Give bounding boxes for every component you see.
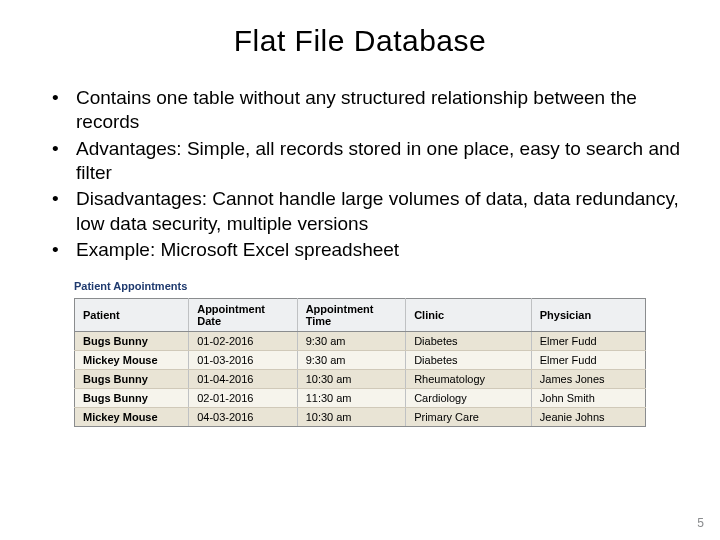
table-row: Mickey Mouse 01-03-2016 9:30 am Diabetes… xyxy=(75,351,646,370)
table-row: Bugs Bunny 01-04-2016 10:30 am Rheumatol… xyxy=(75,370,646,389)
cell-time: 9:30 am xyxy=(297,351,405,370)
cell-patient: Mickey Mouse xyxy=(75,408,189,427)
cell-clinic: Primary Care xyxy=(406,408,532,427)
table-row: Mickey Mouse 04-03-2016 10:30 am Primary… xyxy=(75,408,646,427)
table-header-row: Patient Appointment Date Appointment Tim… xyxy=(75,299,646,332)
cell-date: 04-03-2016 xyxy=(189,408,297,427)
col-header-patient: Patient xyxy=(75,299,189,332)
cell-physician: Elmer Fudd xyxy=(531,351,645,370)
table-caption: Patient Appointments xyxy=(74,280,646,292)
cell-clinic: Diabetes xyxy=(406,332,532,351)
table-row: Bugs Bunny 02-01-2016 11:30 am Cardiolog… xyxy=(75,389,646,408)
example-table-container: Patient Appointments Patient Appointment… xyxy=(74,280,646,427)
cell-clinic: Diabetes xyxy=(406,351,532,370)
bullet-list: Contains one table without any structure… xyxy=(36,86,684,262)
slide-title: Flat File Database xyxy=(36,24,684,58)
cell-date: 01-04-2016 xyxy=(189,370,297,389)
slide: Flat File Database Contains one table wi… xyxy=(0,0,720,540)
cell-time: 9:30 am xyxy=(297,332,405,351)
cell-time: 10:30 am xyxy=(297,370,405,389)
appointments-table: Patient Appointment Date Appointment Tim… xyxy=(74,298,646,427)
cell-patient: Bugs Bunny xyxy=(75,332,189,351)
cell-date: 01-03-2016 xyxy=(189,351,297,370)
col-header-time: Appointment Time xyxy=(297,299,405,332)
bullet-item: Advantages: Simple, all records stored i… xyxy=(52,137,684,186)
col-header-date: Appointment Date xyxy=(189,299,297,332)
cell-date: 02-01-2016 xyxy=(189,389,297,408)
cell-time: 10:30 am xyxy=(297,408,405,427)
bullet-item: Example: Microsoft Excel spreadsheet xyxy=(52,238,684,262)
bullet-item: Contains one table without any structure… xyxy=(52,86,684,135)
bullet-item: Disadvantages: Cannot handle large volum… xyxy=(52,187,684,236)
col-header-clinic: Clinic xyxy=(406,299,532,332)
cell-patient: Mickey Mouse xyxy=(75,351,189,370)
col-header-physician: Physician xyxy=(531,299,645,332)
cell-clinic: Cardiology xyxy=(406,389,532,408)
cell-time: 11:30 am xyxy=(297,389,405,408)
cell-clinic: Rheumatology xyxy=(406,370,532,389)
cell-physician: Elmer Fudd xyxy=(531,332,645,351)
cell-physician: Jeanie Johns xyxy=(531,408,645,427)
cell-date: 01-02-2016 xyxy=(189,332,297,351)
table-row: Bugs Bunny 01-02-2016 9:30 am Diabetes E… xyxy=(75,332,646,351)
cell-physician: John Smith xyxy=(531,389,645,408)
cell-patient: Bugs Bunny xyxy=(75,389,189,408)
cell-physician: James Jones xyxy=(531,370,645,389)
page-number: 5 xyxy=(697,516,704,530)
cell-patient: Bugs Bunny xyxy=(75,370,189,389)
